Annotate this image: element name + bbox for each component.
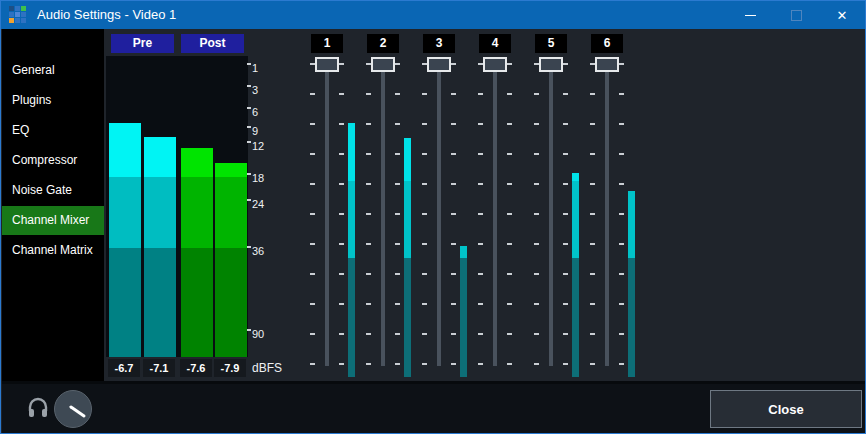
fader-tick bbox=[310, 213, 315, 215]
fader-tick bbox=[451, 93, 456, 95]
fader-track-2[interactable] bbox=[381, 58, 385, 366]
channel-level-meter-1 bbox=[348, 181, 355, 258]
fader-tick bbox=[619, 123, 624, 125]
fader-tick bbox=[451, 123, 456, 125]
close-button[interactable]: Close bbox=[710, 390, 862, 428]
fader-track-4[interactable] bbox=[493, 58, 497, 366]
channel-level-meter-2 bbox=[404, 258, 411, 377]
fader-tick bbox=[590, 243, 595, 245]
meter-segment bbox=[109, 177, 141, 248]
fader-tick bbox=[310, 93, 315, 95]
fader-tick bbox=[507, 153, 512, 155]
headphone-volume-knob[interactable] bbox=[54, 390, 92, 428]
fader-tick bbox=[590, 153, 595, 155]
headphones-icon[interactable] bbox=[26, 396, 50, 420]
fader-tick bbox=[366, 273, 371, 275]
fader-tick bbox=[478, 363, 483, 365]
fader-tick bbox=[422, 93, 427, 95]
meter-segment bbox=[181, 248, 213, 357]
scale-tick bbox=[247, 63, 251, 65]
scale-tick bbox=[247, 126, 251, 128]
db-scale-mark: 90 bbox=[247, 328, 264, 340]
knob-pointer bbox=[55, 391, 91, 427]
fader-handle-6[interactable] bbox=[595, 57, 619, 72]
fader-tick bbox=[366, 243, 371, 245]
fader-tick bbox=[534, 333, 539, 335]
fader-tick bbox=[395, 93, 400, 95]
fader-tick bbox=[366, 183, 371, 185]
fader-tick bbox=[534, 183, 539, 185]
fader-tick bbox=[563, 363, 568, 365]
fader-tick bbox=[366, 213, 371, 215]
dbfs-unit-label: dBFS bbox=[252, 359, 282, 377]
channel-level-meter-2 bbox=[404, 138, 411, 181]
fader-tick bbox=[534, 243, 539, 245]
channel-header-1: 1 bbox=[311, 34, 343, 53]
fader-tick bbox=[310, 243, 315, 245]
db-scale-mark: 18 bbox=[247, 172, 264, 184]
fader-tick bbox=[563, 243, 568, 245]
fader-handle-1[interactable] bbox=[315, 57, 339, 72]
close-window-button[interactable]: ✕ bbox=[819, 1, 865, 29]
fader-tick bbox=[339, 63, 344, 65]
fader-tick bbox=[507, 303, 512, 305]
fader-tick bbox=[395, 303, 400, 305]
fader-tick bbox=[507, 93, 512, 95]
minimize-button[interactable] bbox=[727, 1, 773, 29]
fader-track-3[interactable] bbox=[437, 58, 441, 366]
fader-tick bbox=[422, 333, 427, 335]
fader-tick bbox=[619, 303, 624, 305]
maximize-button[interactable] bbox=[773, 1, 819, 29]
post-level-readout: -7.6 bbox=[180, 359, 212, 377]
channel-header-4: 4 bbox=[479, 34, 511, 53]
meter-segment bbox=[181, 148, 213, 177]
fader-tick bbox=[395, 333, 400, 335]
db-scale-mark: 12 bbox=[247, 140, 264, 152]
sidebar-item-plugins[interactable]: Plugins bbox=[2, 86, 104, 115]
fader-tick bbox=[395, 213, 400, 215]
channel-level-meter-2 bbox=[404, 181, 411, 258]
fader-tick bbox=[395, 273, 400, 275]
fader-tick bbox=[366, 333, 371, 335]
channel-level-meter-5 bbox=[572, 181, 579, 258]
fader-tick bbox=[478, 303, 483, 305]
fader-handle-5[interactable] bbox=[539, 57, 563, 72]
fader-tick bbox=[507, 213, 512, 215]
fader-tick bbox=[451, 183, 456, 185]
fader-track-5[interactable] bbox=[549, 58, 553, 366]
sidebar-item-general[interactable]: General bbox=[2, 56, 104, 85]
fader-tick bbox=[590, 273, 595, 275]
fader-handle-4[interactable] bbox=[483, 57, 507, 72]
db-scale-mark: 6 bbox=[247, 106, 258, 118]
fader-tick bbox=[590, 93, 595, 95]
fader-tick bbox=[310, 363, 315, 365]
fader-tick bbox=[339, 273, 344, 275]
sidebar-item-compressor[interactable]: Compressor bbox=[2, 146, 104, 175]
fader-tick bbox=[339, 183, 344, 185]
sidebar-item-eq[interactable]: EQ bbox=[2, 116, 104, 145]
fader-tick bbox=[451, 363, 456, 365]
meter-segment bbox=[215, 163, 247, 177]
meter-segment bbox=[109, 123, 141, 177]
channel-header-2: 2 bbox=[367, 34, 399, 53]
fader-tick bbox=[310, 183, 315, 185]
sidebar-item-noise-gate[interactable]: Noise Gate bbox=[2, 176, 104, 205]
fader-tick bbox=[534, 273, 539, 275]
scale-tick bbox=[247, 141, 251, 143]
sidebar-item-channel-mixer[interactable]: Channel Mixer bbox=[2, 206, 104, 235]
fader-tick bbox=[366, 153, 371, 155]
scale-tick bbox=[247, 107, 251, 109]
fader-handle-2[interactable] bbox=[371, 57, 395, 72]
fader-track-1[interactable] bbox=[325, 58, 329, 366]
sidebar-item-channel-matrix[interactable]: Channel Matrix bbox=[2, 236, 104, 265]
scale-tick bbox=[247, 329, 251, 331]
fader-tick bbox=[619, 63, 624, 65]
fader-handle-3[interactable] bbox=[427, 57, 451, 72]
fader-tick bbox=[534, 93, 539, 95]
meter-segment bbox=[109, 248, 141, 357]
fader-track-6[interactable] bbox=[605, 58, 609, 366]
fader-tick bbox=[478, 333, 483, 335]
fader-tick bbox=[339, 363, 344, 365]
fader-tick bbox=[619, 213, 624, 215]
fader-tick bbox=[310, 273, 315, 275]
